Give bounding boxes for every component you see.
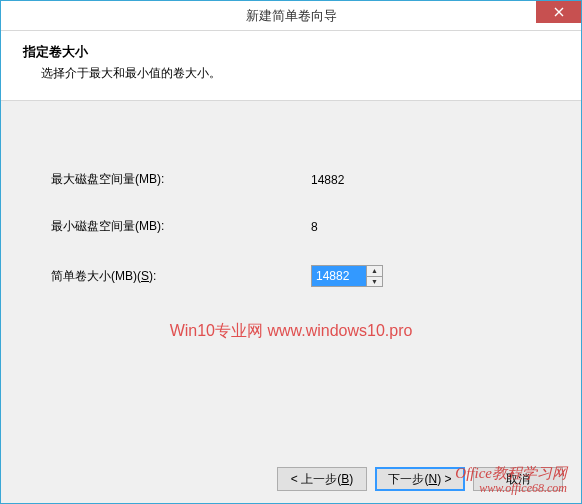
back-button-post: )	[349, 472, 353, 486]
header-section: 指定卷大小 选择介于最大和最小值的卷大小。	[1, 31, 581, 101]
max-space-label: 最大磁盘空间量(MB):	[51, 171, 311, 188]
next-button-key: N	[428, 472, 437, 486]
back-button[interactable]: < 上一步(B)	[277, 467, 367, 491]
min-space-value: 8	[311, 220, 318, 234]
max-space-row: 最大磁盘空间量(MB): 14882	[51, 171, 531, 188]
page-heading: 指定卷大小	[23, 43, 559, 61]
volume-size-label-key: S	[141, 269, 149, 283]
content-area: 最大磁盘空间量(MB): 14882 最小磁盘空间量(MB): 8 简单卷大小(…	[1, 101, 581, 431]
wizard-window: 新建简单卷向导 指定卷大小 选择介于最大和最小值的卷大小。 最大磁盘空间量(MB…	[0, 0, 582, 504]
window-title: 新建简单卷向导	[1, 7, 581, 25]
volume-size-label: 简单卷大小(MB)(S):	[51, 268, 311, 285]
next-button[interactable]: 下一步(N) >	[375, 467, 465, 491]
page-subheading: 选择介于最大和最小值的卷大小。	[41, 65, 559, 82]
volume-size-row: 简单卷大小(MB)(S): ▲ ▼	[51, 265, 531, 287]
next-button-post: ) >	[437, 472, 451, 486]
close-icon	[554, 7, 564, 17]
volume-size-label-post: ):	[149, 269, 156, 283]
max-space-value: 14882	[311, 173, 344, 187]
close-button[interactable]	[536, 1, 581, 23]
next-button-pre: 下一步(	[388, 471, 428, 488]
min-space-label: 最小磁盘空间量(MB):	[51, 218, 311, 235]
back-button-pre: < 上一步(	[291, 471, 341, 488]
titlebar: 新建简单卷向导	[1, 1, 581, 31]
spinner-buttons: ▲ ▼	[366, 266, 382, 286]
button-bar: < 上一步(B) 下一步(N) > 取消	[277, 467, 563, 491]
back-button-key: B	[341, 472, 349, 486]
spinner-down-button[interactable]: ▼	[367, 277, 382, 287]
volume-size-label-pre: 简单卷大小(MB)(	[51, 269, 141, 283]
cancel-button[interactable]: 取消	[473, 467, 563, 491]
volume-size-spinner: ▲ ▼	[311, 265, 383, 287]
min-space-row: 最小磁盘空间量(MB): 8	[51, 218, 531, 235]
spinner-up-button[interactable]: ▲	[367, 266, 382, 277]
volume-size-input[interactable]	[312, 266, 366, 286]
